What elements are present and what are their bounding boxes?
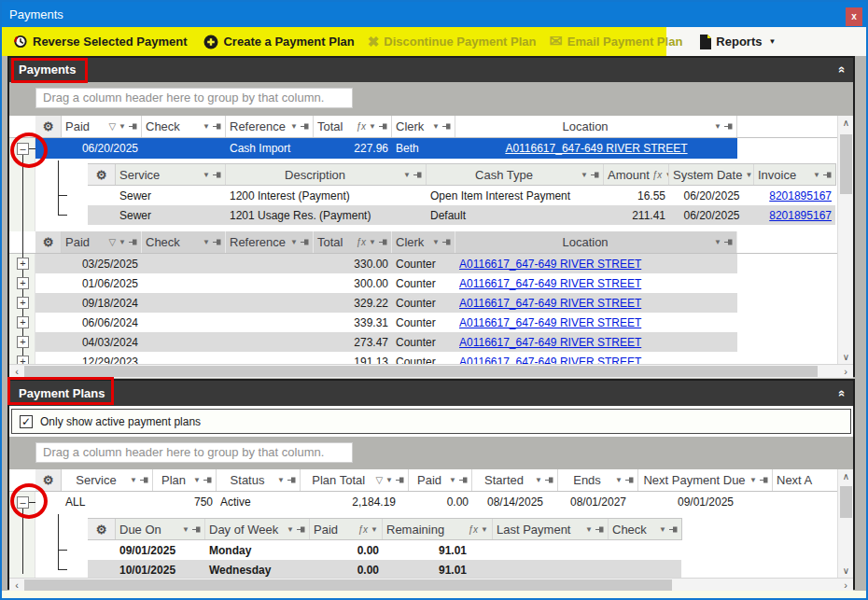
scroll-down-arrow[interactable]: ∨ xyxy=(838,350,853,364)
discontinue-payment-plan-button[interactable]: ✖ Discontinue Payment Plan xyxy=(361,29,543,54)
filter-icon[interactable]: ▼ xyxy=(119,238,126,246)
filter-icon[interactable]: ▼ xyxy=(290,238,298,246)
filter-icon[interactable]: ▼ xyxy=(203,122,210,131)
plans-panel-header[interactable]: Payment Plans « xyxy=(9,381,853,406)
plan-detail-row[interactable]: 09/01/2025 Monday 0.00 91.01 xyxy=(9,540,853,560)
filter-icon[interactable]: ▼ xyxy=(714,122,721,131)
vertical-scrollbar[interactable]: ∧ ∨ xyxy=(837,116,853,364)
column-header-reference[interactable]: Reference▼ xyxy=(226,231,314,253)
expand-row-button[interactable]: + xyxy=(17,258,29,270)
filter-icon[interactable]: ▼ xyxy=(432,238,440,246)
location-link[interactable]: A0116617_647-649 RIVER STREET xyxy=(505,142,687,155)
filter-icon[interactable]: ▼ xyxy=(481,525,488,534)
column-header-check[interactable]: Check▼ xyxy=(609,519,681,539)
column-chooser-gear[interactable]: ⚙ xyxy=(35,469,62,491)
column-header-service[interactable]: Service▼ xyxy=(116,164,226,185)
pin-icon[interactable] xyxy=(192,525,201,534)
filter-icon[interactable]: ▼ xyxy=(615,476,623,484)
filter-icon[interactable]: ▼ xyxy=(749,476,757,484)
expand-row-button[interactable]: + xyxy=(17,356,29,364)
pin-icon[interactable] xyxy=(379,122,387,131)
pin-icon[interactable] xyxy=(760,476,768,484)
scrollbar-thumb[interactable] xyxy=(24,366,818,377)
only-active-checkbox[interactable]: ✓ xyxy=(20,415,33,428)
pin-icon[interactable] xyxy=(724,122,733,131)
payment-detail-row[interactable]: Sewer 1201 Usage Res. (Payment) Default … xyxy=(9,205,853,225)
scrollbar-thumb[interactable] xyxy=(840,486,852,518)
column-header-next-a[interactable]: Next A xyxy=(773,469,838,491)
payment-row[interactable]: 12/29/2023 191.13 Counter A0116617_647-6… xyxy=(9,352,853,364)
column-header-service[interactable]: Service▼ xyxy=(62,469,153,491)
filter-icon[interactable]: ▼ xyxy=(659,525,666,534)
column-header-total[interactable]: Totalƒx▼ xyxy=(314,116,392,137)
filter-icon[interactable]: ▼ xyxy=(203,171,210,179)
filter-icon[interactable]: ▼ xyxy=(369,238,376,246)
column-chooser-gear[interactable]: ⚙ xyxy=(88,519,116,539)
filter-icon[interactable]: ▼ xyxy=(119,122,126,131)
pin-icon[interactable] xyxy=(213,171,221,179)
pin-icon[interactable] xyxy=(301,238,309,246)
filter-icon[interactable]: ▼ xyxy=(130,476,137,484)
pin-icon[interactable] xyxy=(413,171,422,179)
location-link[interactable]: A0116617_647-649 RIVER STREET xyxy=(459,316,641,329)
vertical-scrollbar[interactable]: ∧ ∨ xyxy=(837,469,853,578)
pin-icon[interactable] xyxy=(724,238,733,246)
expand-row-button[interactable]: + xyxy=(17,297,29,309)
filter-icon[interactable]: ▼ xyxy=(432,122,440,131)
column-header-paid[interactable]: Paidƒx▼ xyxy=(310,519,383,539)
horizontal-scrollbar[interactable]: ‹ › xyxy=(9,578,853,592)
pin-icon[interactable] xyxy=(669,525,678,534)
filter-icon[interactable]: ▼ xyxy=(745,171,752,179)
column-header-last-payment[interactable]: Last Payment▼ xyxy=(493,519,609,539)
filter-icon[interactable]: ▼ xyxy=(385,476,393,484)
filter-icon[interactable]: ▼ xyxy=(193,476,201,484)
payment-row-selected[interactable]: 06/20/2025 Cash Import 227.96 Beth A0116… xyxy=(9,138,853,159)
column-header-system-date[interactable]: System Date▼ xyxy=(669,164,754,185)
column-header-remaining[interactable]: Remainingƒx▼ xyxy=(383,519,493,539)
pin-icon[interactable] xyxy=(129,122,137,131)
column-header-description[interactable]: Description▼ xyxy=(226,164,427,185)
email-payment-plan-button[interactable]: ✉ Email Payment Plan xyxy=(543,29,690,54)
column-header-next-payment-due[interactable]: Next Payment Due▼ xyxy=(638,469,773,491)
payment-row[interactable]: 04/03/2024 273.47 Counter A0116617_647-6… xyxy=(9,332,853,352)
location-link[interactable]: A0116617_647-649 RIVER STREET xyxy=(459,297,641,310)
column-header-total[interactable]: Totalƒx▼ xyxy=(314,231,392,253)
collapse-row-button[interactable]: – xyxy=(17,496,29,509)
column-header-paid[interactable]: Paid▼ xyxy=(409,469,472,491)
scroll-right-arrow[interactable]: › xyxy=(838,365,853,379)
location-link[interactable]: A0116617_647-649 RIVER STREET xyxy=(459,277,641,290)
pin-icon[interactable] xyxy=(442,122,451,131)
location-link[interactable]: A0116617_647-649 RIVER STREET xyxy=(459,336,641,349)
column-header-invoice[interactable]: Invoice▼ xyxy=(754,164,835,185)
column-header-plan-total[interactable]: Plan Total▽▼ xyxy=(301,469,409,491)
column-chooser-gear[interactable]: ⚙ xyxy=(35,116,62,137)
create-payment-plan-button[interactable]: Create a Payment Plan xyxy=(197,29,360,54)
column-header-due-on[interactable]: Due On▼ xyxy=(116,519,205,539)
filter-icon[interactable]: ▼ xyxy=(277,476,285,484)
location-link[interactable]: A0116617_647-649 RIVER STREET xyxy=(459,356,641,365)
column-header-cash-type[interactable]: Cash Type▼ xyxy=(427,164,604,185)
payments-panel-header[interactable]: Payments « xyxy=(9,58,853,82)
pin-icon[interactable] xyxy=(625,476,634,484)
filter-icon[interactable]: ▼ xyxy=(290,122,298,131)
scroll-up-arrow[interactable]: ∧ xyxy=(838,116,853,130)
column-header-clerk[interactable]: Clerk▼ xyxy=(392,231,455,253)
column-header-paid[interactable]: Paid▽▼ xyxy=(62,116,142,137)
column-header-plan[interactable]: Plan▼ xyxy=(153,469,217,491)
filter-icon[interactable]: ▼ xyxy=(714,238,721,246)
pin-icon[interactable] xyxy=(287,476,296,484)
pin-icon[interactable] xyxy=(396,476,404,484)
invoice-link[interactable]: 8201895167 xyxy=(769,189,832,202)
pin-icon[interactable] xyxy=(459,476,468,484)
pin-icon[interactable] xyxy=(301,122,309,131)
payments-group-by-bar[interactable]: Drag a column header here to group by th… xyxy=(9,82,853,116)
filter-icon[interactable]: ▼ xyxy=(449,476,456,484)
pin-icon[interactable] xyxy=(297,525,305,534)
plans-group-by-bar[interactable]: Drag a column header here to group by th… xyxy=(9,437,853,469)
column-header-day-of-week[interactable]: Day of Week▼ xyxy=(205,519,310,539)
payment-detail-row[interactable]: Sewer 1200 Interest (Payment) Open Item … xyxy=(9,186,853,205)
invoice-link[interactable]: 8201895167 xyxy=(769,209,832,222)
column-header-amount[interactable]: Amountƒx▼ xyxy=(604,164,669,185)
pin-icon[interactable] xyxy=(442,238,451,246)
column-chooser-gear[interactable]: ⚙ xyxy=(88,164,116,185)
